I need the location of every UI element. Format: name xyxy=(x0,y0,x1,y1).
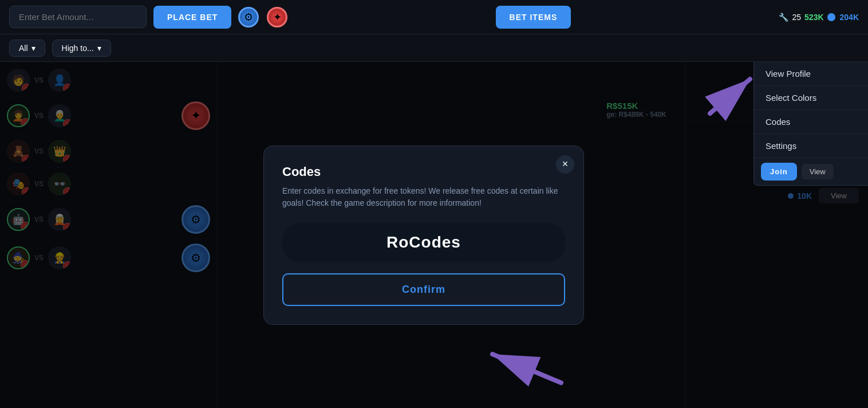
blue-chip-icon[interactable]: ⚙ xyxy=(238,7,259,28)
stat-blue-value: 204K xyxy=(840,13,859,22)
filter-bar: All ▾ High to... ▾ xyxy=(0,34,868,62)
context-view-button[interactable]: View xyxy=(802,164,834,179)
modal-overlay: × Codes Enter codes in exchange for free… xyxy=(0,62,868,408)
confirm-button[interactable]: Confirm xyxy=(282,273,565,306)
bet-items-button[interactable]: BET ITEMS xyxy=(496,6,571,29)
context-menu: View Profile Select Colors Codes Setting… xyxy=(753,62,868,186)
chevron-down-icon: ▾ xyxy=(31,44,35,53)
context-menu-item-select-colors[interactable]: Select Colors xyxy=(754,86,868,110)
filter-high-button[interactable]: High to... ▾ xyxy=(52,40,111,57)
filter-high-label: High to... xyxy=(62,44,94,53)
context-menu-item-view-profile[interactable]: View Profile xyxy=(754,62,868,86)
place-bet-button[interactable]: PLACE BET xyxy=(153,6,231,29)
top-bar-stats: 🔧 25 523K 204K xyxy=(779,13,859,22)
modal-title: Codes xyxy=(282,164,565,179)
context-menu-item-codes[interactable]: Codes xyxy=(754,110,868,134)
stat-green-value: 523K xyxy=(804,13,823,22)
coin-icon xyxy=(827,13,835,21)
bet-amount-input[interactable] xyxy=(9,6,147,28)
context-menu-item-settings[interactable]: Settings xyxy=(754,134,868,158)
stat-count: 🔧 25 523K 204K xyxy=(779,13,859,22)
red-chip-icon[interactable]: ✦ xyxy=(267,7,287,28)
chevron-down-icon-2: ▾ xyxy=(97,44,101,53)
context-menu-actions: Join View xyxy=(754,158,868,185)
stat-count-value: 25 xyxy=(792,13,801,22)
modal-close-button[interactable]: × xyxy=(556,155,574,174)
filter-all-label: All xyxy=(19,44,28,53)
filter-all-button[interactable]: All ▾ xyxy=(9,40,45,57)
code-display: RoCodes xyxy=(282,223,565,262)
modal-description: Enter codes in exchange for free tokens!… xyxy=(282,185,565,209)
main-content: 🧑 VS 👤 🧑‍🦱 VS 👨‍🦳 ✦ xyxy=(0,62,868,408)
context-join-button[interactable]: Join xyxy=(761,163,797,181)
wrench-icon: 🔧 xyxy=(779,13,788,22)
codes-modal: × Codes Enter codes in exchange for free… xyxy=(263,146,584,325)
top-bar: PLACE BET ⚙ ✦ BET ITEMS 🔧 25 523K 204K xyxy=(0,0,868,34)
